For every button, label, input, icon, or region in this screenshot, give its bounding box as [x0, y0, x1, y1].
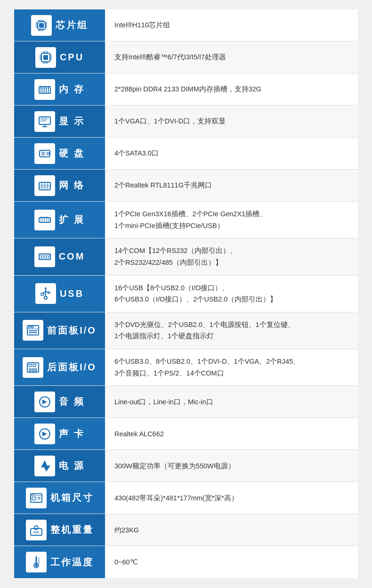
- value-cell-power: 300W额定功率（可更换为550W电源）: [105, 450, 358, 482]
- svg-point-98: [35, 369, 37, 371]
- value-cell-weight: 约23KG: [105, 514, 358, 546]
- value-cell-audio: Line-out口，Line-in口，Mic-in口: [105, 386, 358, 417]
- svg-point-88: [29, 326, 31, 328]
- spec-row-cpu: CPU支持Intel®酷睿™6/7代I3/I5/I7处理器: [14, 41, 358, 74]
- expansion-icon: [34, 210, 55, 230]
- label-text-chipset: 芯片组: [56, 19, 88, 32]
- svg-rect-52: [40, 150, 50, 157]
- svg-point-107: [33, 494, 34, 495]
- spec-row-temperature: 工作温度0~60℃: [14, 546, 358, 578]
- svg-rect-41: [46, 88, 47, 89]
- spec-row-power: 电 源300W额定功率（可更换为550W电源）: [14, 450, 358, 482]
- svg-rect-69: [40, 217, 42, 218]
- display-icon: [34, 111, 55, 132]
- label-cell-chipset: 芯片组: [14, 9, 105, 41]
- svg-rect-90: [29, 330, 37, 331]
- com-icon: [34, 246, 55, 267]
- temperature-icon: [26, 552, 47, 572]
- label-text-usb: USB: [60, 288, 84, 299]
- spec-row-front-io: 前面板I/O3个DVD光驱位、2个USB2.0、1个电源按钮、1个复位键、1个电…: [14, 312, 358, 349]
- svg-point-53: [47, 152, 49, 155]
- label-cell-audio: 音 频: [14, 386, 105, 417]
- label-text-display: 显 示: [59, 115, 85, 128]
- spec-row-memory: 内 存2*288pin DDR4 2133 DIMM内存插槽，支持32G: [14, 74, 358, 106]
- svg-point-89: [32, 326, 33, 328]
- label-text-expansion: 扩 展: [59, 213, 85, 226]
- label-cell-sound-card: 声 卡: [14, 418, 105, 449]
- value-cell-com: 14个COM【12个RS232（内部引出）、2个RS232/422/485（内部…: [105, 238, 358, 275]
- value-cell-chipset: Intel®H110芯片组: [105, 9, 358, 41]
- svg-rect-39: [42, 88, 43, 89]
- spec-row-audio: 音 频Line-out口，Line-in口，Mic-in口: [14, 386, 358, 418]
- svg-text:KG: KG: [34, 531, 39, 534]
- spec-row-display: 显 示1个VGA口、1个DVI-D口，支持双显: [14, 106, 358, 138]
- label-text-memory: 内 存: [59, 83, 85, 96]
- label-text-front-io: 前面板I/O: [47, 324, 97, 337]
- spec-table: 芯片组Intel®H110芯片组 CPU支持Intel®酷睿™6/7代I3/I5…: [14, 9, 358, 578]
- label-cell-chassis: 机箱尺寸: [14, 482, 105, 514]
- chipset-icon: [31, 15, 52, 36]
- spec-row-usb: USB16个USB【8个USB2.0（I/O接口）、6个USB3.0（I/O接口…: [14, 276, 358, 312]
- label-text-network: 网 络: [59, 179, 85, 192]
- svg-rect-83: [41, 293, 44, 295]
- svg-rect-93: [29, 364, 32, 367]
- label-text-temperature: 工作温度: [50, 556, 94, 569]
- spec-row-weight: KG 整机重量约23KG: [14, 514, 358, 546]
- label-cell-hdd: 硬 盘: [14, 138, 105, 169]
- label-cell-expansion: 扩 展: [14, 202, 105, 238]
- value-cell-front-io: 3个DVD光驱位、2个USB2.0、1个电源按钮、1个复位键、1个电源指示灯、1…: [105, 312, 358, 349]
- label-cell-display: 显 示: [14, 106, 105, 137]
- svg-rect-1: [39, 23, 44, 28]
- value-cell-temperature: 0~60℃: [105, 546, 358, 578]
- label-cell-usb: USB: [14, 276, 105, 312]
- svg-point-76: [48, 256, 49, 257]
- label-text-sound-card: 声 卡: [59, 427, 85, 440]
- label-cell-com: COM: [14, 238, 105, 275]
- label-text-audio: 音 频: [59, 395, 85, 408]
- label-text-chassis: 机箱尺寸: [50, 491, 94, 504]
- hdd-icon: [34, 143, 55, 164]
- network-icon: [34, 175, 55, 196]
- svg-point-74: [43, 256, 44, 257]
- weight-icon: KG: [26, 520, 47, 540]
- usb-icon: [35, 283, 56, 304]
- label-cell-power: 电 源: [14, 450, 105, 482]
- svg-rect-38: [40, 88, 41, 89]
- label-cell-memory: 内 存: [14, 74, 105, 105]
- svg-rect-71: [46, 217, 48, 218]
- svg-rect-46: [39, 117, 50, 124]
- label-cell-weight: KG 整机重量: [14, 514, 105, 546]
- power-icon: [34, 456, 55, 476]
- svg-rect-94: [33, 364, 36, 367]
- spec-row-chassis: 机箱尺寸430(482带耳朵)*481*177mm(宽*深*高）: [14, 482, 358, 514]
- svg-point-75: [45, 256, 47, 257]
- spec-row-rear-io: 后面板I/O6个USB3.0、8个USB2.0、1个DVI-D、1个VGA、2个…: [14, 349, 358, 386]
- value-cell-display: 1个VGA口、1个DVI-D口，支持双显: [105, 106, 358, 137]
- label-text-weight: 整机重量: [50, 523, 94, 536]
- svg-marker-102: [42, 432, 47, 436]
- value-cell-usb: 16个USB【8个USB2.0（I/O接口）、6个USB3.0（I/O接口）、2…: [105, 276, 358, 312]
- label-cell-cpu: CPU: [14, 41, 105, 73]
- spec-row-chipset: 芯片组Intel®H110芯片组: [14, 9, 358, 41]
- svg-rect-91: [29, 332, 37, 333]
- svg-marker-103: [41, 460, 50, 472]
- label-cell-temperature: 工作温度: [14, 546, 105, 578]
- label-cell-rear-io: 后面板I/O: [14, 349, 105, 385]
- svg-point-116: [35, 564, 38, 567]
- svg-point-97: [32, 369, 34, 371]
- spec-row-com: COM14个COM【12个RS232（内部引出）、2个RS232/422/485…: [14, 238, 358, 275]
- value-cell-rear-io: 6个USB3.0、8个USB2.0、1个DVI-D、1个VGA、2个RJ45、3…: [105, 349, 358, 385]
- svg-point-96: [29, 369, 31, 371]
- front-io-icon: [23, 320, 43, 341]
- cpu-icon: [35, 47, 56, 68]
- svg-point-106: [32, 494, 32, 495]
- rear-io-icon: [23, 357, 43, 378]
- spec-row-hdd: 硬 盘4个SATA3.0口: [14, 138, 358, 170]
- value-cell-cpu: 支持Intel®酷睿™6/7代I3/I5/I7处理器: [105, 41, 358, 73]
- chassis-icon: [26, 488, 47, 508]
- svg-point-82: [44, 296, 47, 299]
- value-cell-hdd: 4个SATA3.0口: [105, 138, 358, 169]
- sound-card-icon: [34, 424, 55, 444]
- spec-row-network: 网 络2个Realtek RTL8111G千兆网口: [14, 170, 358, 202]
- svg-rect-42: [48, 88, 49, 89]
